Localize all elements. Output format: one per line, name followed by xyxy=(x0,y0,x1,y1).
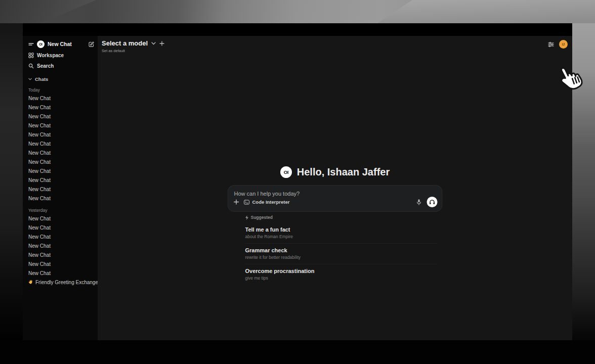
desktop-background-top xyxy=(0,0,595,23)
hand-pointer-cursor xyxy=(557,64,584,94)
sidebar-chat-item[interactable]: New Chat xyxy=(28,166,95,175)
desktop-background-bottom xyxy=(0,340,595,364)
sidebar-chat-item[interactable]: New Chat xyxy=(28,268,95,278)
main-area: Select a model Set as default xyxy=(98,36,572,340)
suggestions-label: Suggested xyxy=(251,215,273,220)
desktop-background-left xyxy=(0,23,23,364)
sidebar-chat-item[interactable]: New Chat xyxy=(28,157,95,166)
suggestion-item[interactable]: Overcome procrastinationgive me tips xyxy=(245,264,438,285)
microphone-icon xyxy=(416,199,422,206)
sidebar-chat-item[interactable]: New Chat xyxy=(28,259,95,268)
sidebar-chat-item[interactable]: New Chat xyxy=(28,112,95,121)
suggestion-title: Grammar check xyxy=(245,247,438,253)
open-webui-app: OI New Chat xyxy=(23,36,572,340)
suggestions-panel: Suggested Tell me a fun factabout the Ro… xyxy=(228,214,443,285)
terminal-icon xyxy=(244,200,250,205)
sidebar-chat-item[interactable]: New Chat xyxy=(28,232,95,241)
desktop: OI New Chat xyxy=(0,0,595,364)
message-composer: Code Interpreter xyxy=(228,185,443,212)
voice-call-button[interactable] xyxy=(427,197,438,207)
chat-group-label: Today xyxy=(28,86,95,94)
search-icon xyxy=(28,63,34,69)
sidebar-item-workspace[interactable]: Workspace xyxy=(28,52,95,59)
chats-section-toggle[interactable]: Chats xyxy=(28,76,95,82)
grid-icon xyxy=(28,53,34,58)
window-titlebar xyxy=(23,23,572,36)
edit-pencil-icon xyxy=(88,41,95,48)
user-avatar[interactable]: IJ xyxy=(559,40,568,49)
controls-button[interactable] xyxy=(547,41,555,48)
sidebar-item-label: Search xyxy=(37,63,54,69)
code-interpreter-toggle[interactable]: Code Interpreter xyxy=(244,199,290,205)
new-chat-button[interactable] xyxy=(88,41,95,48)
sidebar-toggle-button[interactable] xyxy=(28,42,34,47)
suggestion-item[interactable]: Grammar checkrewrite it for better reada… xyxy=(245,244,438,264)
set-as-default-link[interactable]: Set as default xyxy=(102,49,164,53)
suggestion-item[interactable]: Tell me a fun factabout the Roman Empire xyxy=(245,223,438,244)
app-window: OI New Chat xyxy=(23,23,572,340)
sidebar-chat-item[interactable]: New Chat xyxy=(28,175,95,185)
model-selector[interactable]: Select a model xyxy=(102,39,164,47)
suggestion-title: Tell me a fun fact xyxy=(245,226,438,233)
chevron-down-icon xyxy=(28,78,32,80)
sidebar-chat-item[interactable]: New Chat xyxy=(28,194,95,203)
attach-button[interactable] xyxy=(234,199,239,205)
sidebar-chat-item[interactable]: New Chat xyxy=(28,130,95,139)
sidebar-chat-item[interactable]: New Chat xyxy=(28,223,95,232)
bolt-icon xyxy=(245,215,249,220)
sidebar-chat-item[interactable]: New Chat xyxy=(28,241,95,250)
sidebar-chat-item[interactable]: New Chat xyxy=(28,121,95,130)
chat-item-label: Friendly Greeting Exchange xyxy=(35,280,98,285)
greeting-text: Hello, Ishaan Jaffer xyxy=(297,166,390,178)
sidebar-chat-item-named[interactable]: Friendly Greeting Exchange xyxy=(28,278,95,287)
suggestions-header: Suggested xyxy=(245,214,443,220)
add-model-button[interactable] xyxy=(159,41,164,46)
top-right-controls: IJ xyxy=(547,40,568,49)
waving-hand-icon xyxy=(28,280,33,285)
sidebar-title: New Chat xyxy=(48,41,72,47)
suggestion-list: Tell me a fun factabout the Roman Empire… xyxy=(245,223,443,285)
sidebar-chat-item[interactable]: New Chat xyxy=(28,250,95,259)
sidebar-chat-item[interactable]: New Chat xyxy=(28,185,95,194)
code-interpreter-label: Code Interpreter xyxy=(252,199,290,205)
chevron-down-icon xyxy=(151,42,156,45)
suggestion-subtitle: about the Roman Empire xyxy=(245,234,438,239)
sidebar-chat-item[interactable]: New Chat xyxy=(28,103,95,112)
sidebar-item-label: Workspace xyxy=(37,53,64,58)
menu-icon xyxy=(28,42,34,47)
model-selector-label: Select a model xyxy=(102,39,148,47)
sidebar-chat-item[interactable]: New Chat xyxy=(28,94,95,103)
openwebui-logo-icon: OI xyxy=(37,40,45,48)
sidebar-chat-item[interactable]: New Chat xyxy=(28,148,95,157)
voice-input-button[interactable] xyxy=(416,199,422,206)
sliders-icon xyxy=(547,41,555,48)
composer-toolbar: Code Interpreter xyxy=(234,197,438,207)
model-header: Select a model Set as default xyxy=(102,39,164,53)
sidebar-item-search[interactable]: Search xyxy=(28,62,95,70)
sidebar-chat-item[interactable]: New Chat xyxy=(28,214,95,223)
chat-groups: TodayNew ChatNew ChatNew ChatNew ChatNew… xyxy=(28,86,95,278)
chat-group-label: Yesterday xyxy=(28,207,95,214)
sidebar-chat-item[interactable]: New Chat xyxy=(28,139,95,148)
suggestion-title: Overcome procrastination xyxy=(245,268,438,274)
suggestion-subtitle: rewrite it for better readability xyxy=(245,255,438,260)
greeting: OI Hello, Ishaan Jaffer xyxy=(98,166,572,178)
sidebar-header: OI New Chat xyxy=(28,39,95,49)
openwebui-logo-icon: OI xyxy=(280,166,292,178)
sidebar: OI New Chat xyxy=(23,36,98,340)
chats-section-label: Chats xyxy=(35,76,48,82)
suggestion-subtitle: give me tips xyxy=(245,276,438,281)
headphones-icon xyxy=(429,199,436,205)
